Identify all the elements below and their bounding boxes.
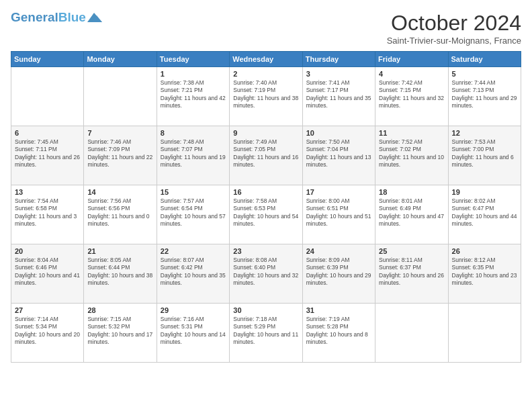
day-number: 12	[452, 129, 517, 137]
cell-content: Sunrise: 7:57 AM Sunset: 6:54 PM Dayligh…	[161, 197, 226, 228]
cell-content: Sunrise: 7:49 AM Sunset: 7:05 PM Dayligh…	[233, 138, 298, 169]
day-number: 22	[161, 247, 226, 255]
calendar-cell: 4Sunrise: 7:42 AM Sunset: 7:15 PM Daylig…	[375, 67, 448, 126]
calendar-week-1: 1Sunrise: 7:38 AM Sunset: 7:21 PM Daylig…	[11, 67, 521, 126]
day-number: 30	[233, 306, 298, 314]
day-number: 8	[161, 129, 226, 137]
calendar-cell: 25Sunrise: 8:11 AM Sunset: 6:37 PM Dayli…	[375, 244, 448, 304]
day-number: 24	[306, 247, 371, 255]
day-number: 23	[233, 247, 298, 255]
cell-content: Sunrise: 8:05 AM Sunset: 6:44 PM Dayligh…	[87, 257, 152, 287]
day-number: 31	[306, 306, 371, 314]
calendar-cell: 19Sunrise: 8:02 AM Sunset: 6:47 PM Dayli…	[448, 185, 521, 244]
day-number: 10	[306, 129, 371, 137]
calendar-cell: 3Sunrise: 7:41 AM Sunset: 7:17 PM Daylig…	[302, 67, 375, 126]
cell-content: Sunrise: 8:12 AM Sunset: 6:35 PM Dayligh…	[452, 257, 517, 287]
day-number: 6	[15, 129, 80, 137]
day-number: 19	[452, 188, 517, 196]
cell-content: Sunrise: 7:58 AM Sunset: 6:53 PM Dayligh…	[233, 197, 298, 228]
header-monday: Monday	[84, 52, 157, 67]
calendar-cell: 28Sunrise: 7:15 AM Sunset: 5:32 PM Dayli…	[84, 304, 157, 363]
cell-content: Sunrise: 7:54 AM Sunset: 6:58 PM Dayligh…	[15, 197, 80, 228]
calendar-cell	[448, 304, 521, 363]
cell-content: Sunrise: 8:04 AM Sunset: 6:46 PM Dayligh…	[15, 257, 80, 287]
cell-content: Sunrise: 7:19 AM Sunset: 5:28 PM Dayligh…	[306, 316, 371, 347]
calendar-cell	[84, 67, 157, 126]
logo: GeneralBlue	[11, 11, 102, 24]
day-number: 7	[87, 129, 152, 137]
cell-content: Sunrise: 7:18 AM Sunset: 5:29 PM Dayligh…	[233, 316, 298, 347]
calendar-cell: 8Sunrise: 7:48 AM Sunset: 7:07 PM Daylig…	[157, 126, 229, 185]
calendar-cell: 18Sunrise: 8:01 AM Sunset: 6:49 PM Dayli…	[375, 185, 448, 244]
day-number: 29	[161, 306, 226, 314]
calendar-cell: 21Sunrise: 8:05 AM Sunset: 6:44 PM Dayli…	[84, 244, 157, 304]
header-tuesday: Tuesday	[157, 52, 229, 67]
cell-content: Sunrise: 7:44 AM Sunset: 7:13 PM Dayligh…	[452, 79, 517, 110]
cell-content: Sunrise: 8:00 AM Sunset: 6:51 PM Dayligh…	[306, 197, 371, 228]
logo-blue: Blue	[58, 10, 86, 24]
day-number: 26	[452, 247, 517, 255]
day-number: 3	[306, 70, 371, 78]
day-number: 14	[87, 188, 152, 196]
cell-content: Sunrise: 7:38 AM Sunset: 7:21 PM Dayligh…	[161, 79, 226, 110]
calendar-cell: 2Sunrise: 7:40 AM Sunset: 7:19 PM Daylig…	[230, 67, 302, 126]
cell-content: Sunrise: 7:46 AM Sunset: 7:09 PM Dayligh…	[87, 138, 152, 169]
cell-content: Sunrise: 7:45 AM Sunset: 7:11 PM Dayligh…	[15, 138, 80, 169]
header-wednesday: Wednesday	[230, 52, 302, 67]
day-number: 17	[306, 188, 371, 196]
calendar-cell: 15Sunrise: 7:57 AM Sunset: 6:54 PM Dayli…	[157, 185, 229, 244]
calendar-cell: 14Sunrise: 7:56 AM Sunset: 6:56 PM Dayli…	[84, 185, 157, 244]
calendar-cell: 1Sunrise: 7:38 AM Sunset: 7:21 PM Daylig…	[157, 67, 229, 126]
day-number: 21	[87, 247, 152, 255]
calendar-week-3: 13Sunrise: 7:54 AM Sunset: 6:58 PM Dayli…	[11, 185, 521, 244]
cell-content: Sunrise: 8:08 AM Sunset: 6:40 PM Dayligh…	[233, 257, 298, 287]
calendar-cell: 5Sunrise: 7:44 AM Sunset: 7:13 PM Daylig…	[448, 67, 521, 126]
calendar-header-row: SundayMondayTuesdayWednesdayThursdayFrid…	[11, 52, 521, 67]
day-number: 13	[15, 188, 80, 196]
logo-icon	[87, 13, 102, 22]
cell-content: Sunrise: 8:01 AM Sunset: 6:49 PM Dayligh…	[379, 197, 444, 228]
calendar-cell	[11, 67, 84, 126]
calendar-cell: 27Sunrise: 7:14 AM Sunset: 5:34 PM Dayli…	[11, 304, 84, 363]
calendar-week-4: 20Sunrise: 8:04 AM Sunset: 6:46 PM Dayli…	[11, 244, 521, 304]
calendar-cell: 22Sunrise: 8:07 AM Sunset: 6:42 PM Dayli…	[157, 244, 229, 304]
day-number: 18	[379, 188, 444, 196]
day-number: 1	[161, 70, 226, 78]
calendar-week-2: 6Sunrise: 7:45 AM Sunset: 7:11 PM Daylig…	[11, 126, 521, 185]
day-number: 5	[452, 70, 517, 78]
cell-content: Sunrise: 8:11 AM Sunset: 6:37 PM Dayligh…	[379, 257, 444, 287]
calendar-cell: 29Sunrise: 7:16 AM Sunset: 5:31 PM Dayli…	[157, 304, 229, 363]
cell-content: Sunrise: 7:50 AM Sunset: 7:04 PM Dayligh…	[306, 138, 371, 169]
calendar-cell: 10Sunrise: 7:50 AM Sunset: 7:04 PM Dayli…	[302, 126, 375, 185]
calendar-cell: 7Sunrise: 7:46 AM Sunset: 7:09 PM Daylig…	[84, 126, 157, 185]
cell-content: Sunrise: 7:52 AM Sunset: 7:02 PM Dayligh…	[379, 138, 444, 169]
month-title: October 2024	[387, 11, 521, 36]
cell-content: Sunrise: 7:48 AM Sunset: 7:07 PM Dayligh…	[161, 138, 226, 169]
cell-content: Sunrise: 8:02 AM Sunset: 6:47 PM Dayligh…	[452, 197, 517, 228]
cell-content: Sunrise: 7:41 AM Sunset: 7:17 PM Dayligh…	[306, 79, 371, 110]
cell-content: Sunrise: 7:14 AM Sunset: 5:34 PM Dayligh…	[15, 316, 80, 347]
calendar-table: SundayMondayTuesdayWednesdayThursdayFrid…	[11, 51, 521, 363]
header-thursday: Thursday	[302, 52, 375, 67]
cell-content: Sunrise: 7:42 AM Sunset: 7:15 PM Dayligh…	[379, 79, 444, 110]
cell-content: Sunrise: 7:16 AM Sunset: 5:31 PM Dayligh…	[161, 316, 226, 347]
calendar-cell: 30Sunrise: 7:18 AM Sunset: 5:29 PM Dayli…	[230, 304, 302, 363]
calendar-cell: 17Sunrise: 8:00 AM Sunset: 6:51 PM Dayli…	[302, 185, 375, 244]
day-number: 4	[379, 70, 444, 78]
calendar-cell: 16Sunrise: 7:58 AM Sunset: 6:53 PM Dayli…	[230, 185, 302, 244]
calendar-cell: 26Sunrise: 8:12 AM Sunset: 6:35 PM Dayli…	[448, 244, 521, 304]
calendar-cell: 12Sunrise: 7:53 AM Sunset: 7:00 PM Dayli…	[448, 126, 521, 185]
calendar-cell	[375, 304, 448, 363]
day-number: 15	[161, 188, 226, 196]
day-number: 28	[87, 306, 152, 314]
logo-text: GeneralBlue	[11, 11, 86, 24]
cell-content: Sunrise: 8:07 AM Sunset: 6:42 PM Dayligh…	[161, 257, 226, 287]
cell-content: Sunrise: 7:15 AM Sunset: 5:32 PM Dayligh…	[87, 316, 152, 347]
calendar-cell: 20Sunrise: 8:04 AM Sunset: 6:46 PM Dayli…	[11, 244, 84, 304]
calendar-cell: 13Sunrise: 7:54 AM Sunset: 6:58 PM Dayli…	[11, 185, 84, 244]
header-sunday: Sunday	[11, 52, 84, 67]
header-friday: Friday	[375, 52, 448, 67]
calendar-cell: 23Sunrise: 8:08 AM Sunset: 6:40 PM Dayli…	[230, 244, 302, 304]
calendar-cell: 6Sunrise: 7:45 AM Sunset: 7:11 PM Daylig…	[11, 126, 84, 185]
day-number: 11	[379, 129, 444, 137]
